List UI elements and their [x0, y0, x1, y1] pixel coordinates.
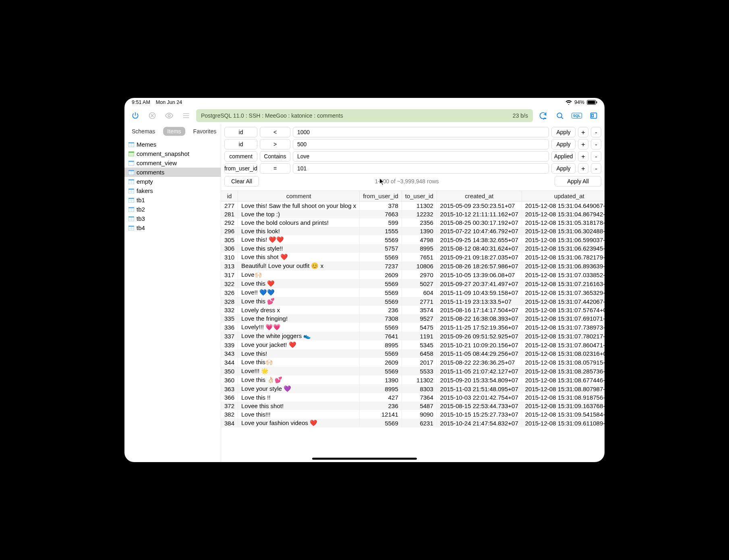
cell-updated-at[interactable]: 2015-12-08 15:31:07.691071+07 [522, 314, 605, 323]
cell-id[interactable]: 306 [221, 244, 238, 253]
filter-apply-button[interactable]: Applied [551, 151, 576, 162]
table-row[interactable]: 336Lovely!!! 💗💗556954752015-11-25 17:52:… [221, 323, 605, 332]
home-indicator[interactable] [312, 458, 417, 460]
cell-to-user-id[interactable]: 1390 [402, 227, 437, 235]
filter-apply-button[interactable]: Apply [551, 127, 576, 137]
cell-to-user-id[interactable]: 2017 [402, 358, 437, 367]
filter-operator-select[interactable]: = [260, 163, 290, 174]
cell-created-at[interactable]: 2015-10-15 15:25:27.733+07 [437, 410, 522, 419]
cell-to-user-id[interactable]: 1191 [402, 332, 437, 340]
filter-operator-select[interactable]: > [260, 139, 290, 149]
table-row[interactable]: 360Love this 👌🏻💕1390113022015-09-20 15:3… [221, 375, 605, 384]
cell-created-at[interactable]: 2015-11-05 21:07:42.127+07 [437, 367, 522, 375]
cell-from-user-id[interactable]: 7308 [360, 314, 402, 323]
table-row[interactable]: 344Love this🙌🏻260920172015-08-22 22:36:3… [221, 358, 605, 367]
cell-from-user-id[interactable]: 1555 [360, 227, 402, 235]
cell-from-user-id[interactable]: 599 [360, 218, 402, 227]
cell-updated-at[interactable]: 2015-12-08 15:31:06.782179+07 [522, 253, 605, 261]
table-row[interactable]: 366Love this !!42773642015-10-03 22:01:4… [221, 393, 605, 402]
cell-created-at[interactable]: 2015-09-26 09:51:52.925+07 [437, 332, 522, 340]
cell-from-user-id[interactable]: 2609 [360, 358, 402, 367]
sidebar-item-fakers[interactable]: fakers [124, 186, 221, 195]
cell-to-user-id[interactable]: 5487 [402, 402, 437, 410]
table-row[interactable]: 372Lovee this shot!23654872015-08-15 22:… [221, 402, 605, 410]
cell-from-user-id[interactable]: 378 [360, 201, 402, 210]
cell-comment[interactable]: Love this🙌🏻 [238, 358, 360, 367]
cell-id[interactable]: 313 [221, 261, 238, 270]
cell-comment[interactable]: Love your style 💜 [238, 384, 360, 393]
filter-remove-button[interactable]: - [591, 127, 601, 137]
cell-to-user-id[interactable]: 5475 [402, 323, 437, 332]
table-row[interactable]: 296Love this look!155513902015-07-22 10:… [221, 227, 605, 235]
cell-id[interactable]: 310 [221, 253, 238, 261]
col-from-user-id[interactable]: from_user_id [360, 191, 402, 201]
filter-apply-button[interactable]: Apply [551, 139, 576, 149]
cell-updated-at[interactable]: 2015-12-08 15:31:07.216163+07 [522, 279, 605, 288]
cell-id[interactable]: 305 [221, 235, 238, 244]
filter-add-button[interactable]: + [578, 127, 588, 137]
sidebar-item-tb1[interactable]: tb1 [124, 195, 221, 205]
cell-updated-at[interactable]: 2015-12-08 15:31:04.867942+07 [522, 210, 605, 218]
cell-created-at[interactable]: 2015-10-24 21:47:54.832+07 [437, 419, 522, 427]
cell-created-at[interactable]: 2015-11-25 17:52:19.356+07 [437, 323, 522, 332]
cell-comment[interactable]: Love the bold colours and prints! [238, 218, 360, 227]
filter-add-button[interactable]: + [578, 151, 588, 162]
cell-comment[interactable]: Love this!!! [238, 410, 360, 419]
cell-id[interactable]: 344 [221, 358, 238, 367]
cell-to-user-id[interactable]: 2356 [402, 218, 437, 227]
cell-to-user-id[interactable]: 8303 [402, 384, 437, 393]
cell-id[interactable]: 322 [221, 279, 238, 288]
cell-to-user-id[interactable]: 10806 [402, 261, 437, 270]
cell-comment[interactable]: Love this! [238, 349, 360, 358]
cell-created-at[interactable]: 2015-09-27 20:37:41.497+07 [437, 279, 522, 288]
cell-from-user-id[interactable]: 8995 [360, 340, 402, 349]
cell-id[interactable]: 281 [221, 210, 238, 218]
col-id[interactable]: id [221, 191, 238, 201]
table-row[interactable]: 384Love your fashion videos ❤️5569623120… [221, 419, 605, 427]
filter-operator-select[interactable]: < [260, 127, 290, 137]
cell-updated-at[interactable]: 2015-12-08 15:31:08.285736+07 [522, 367, 605, 375]
cell-updated-at[interactable]: 2015-12-08 15:31:07.365329+07 [522, 288, 605, 297]
cell-created-at[interactable]: 2015-08-16 17:14:17.504+07 [437, 306, 522, 314]
filter-add-button[interactable]: + [578, 163, 588, 174]
cell-to-user-id[interactable]: 5027 [402, 279, 437, 288]
cell-updated-at[interactable]: 2015-12-08 15:31:08.918756+07 [522, 393, 605, 402]
cell-id[interactable]: 326 [221, 288, 238, 297]
table-row[interactable]: 339Love your jacket! ❤️899553452015-10-2… [221, 340, 605, 349]
table-row[interactable]: 277Love this! Saw the full shoot on your… [221, 201, 605, 210]
filter-apply-button[interactable]: Apply [551, 163, 576, 174]
cell-updated-at[interactable]: 2015-12-08 15:31:04.649067+07 [522, 201, 605, 210]
table-row[interactable]: 322Love this ❤️556950272015-09-27 20:37:… [221, 279, 605, 288]
table-row[interactable]: 337Love the white joggers 👟764111912015-… [221, 332, 605, 340]
cell-updated-at[interactable]: 2015-12-08 15:31:07.738973+07 [522, 323, 605, 332]
cell-id[interactable]: 384 [221, 419, 238, 427]
table-row[interactable]: 317 Love🙌🏻260929702015-10-05 13:39:06.08… [221, 270, 605, 279]
sidebar-item-tb2[interactable]: tb2 [124, 205, 221, 214]
cell-from-user-id[interactable]: 7663 [360, 210, 402, 218]
cell-updated-at[interactable]: 2015-12-08 15:31:08.677446+07 [522, 375, 605, 384]
sql-icon[interactable]: SQL [570, 109, 584, 122]
clear-all-button[interactable]: Clear All [224, 176, 259, 187]
cell-created-at[interactable]: 2015-09-20 15:33:54.809+07 [437, 375, 522, 384]
power-icon[interactable] [128, 109, 142, 122]
cell-created-at[interactable]: 2015-09-21 09:18:27.035+07 [437, 253, 522, 261]
cell-comment[interactable]: Lovely!!! 💗💗 [238, 323, 360, 332]
sidebar-item-comment_view[interactable]: comment_view [124, 158, 221, 168]
sidebar-item-empty[interactable]: empty [124, 177, 221, 186]
table-row[interactable]: 382Love this!!!1214190902015-10-15 15:25… [221, 410, 605, 419]
cell-comment[interactable]: Love the top :) [238, 210, 360, 218]
cell-id[interactable]: 382 [221, 410, 238, 419]
table-row[interactable]: 350Love!!! 🌟556955332015-11-05 21:07:42.… [221, 367, 605, 375]
table-row[interactable]: 313Beautiful! Love your outfit 😊 x723710… [221, 261, 605, 270]
filter-operator-select[interactable]: Contains [260, 151, 290, 162]
sidebar-item-comment_snapshot[interactable]: comment_snapshot [124, 149, 221, 158]
cell-from-user-id[interactable]: 5569 [360, 279, 402, 288]
table-row[interactable]: 332Lovely dress x23635742015-08-16 17:14… [221, 306, 605, 314]
col-to-user-id[interactable]: to_user_id [402, 191, 437, 201]
filter-add-button[interactable]: + [578, 139, 588, 149]
cell-created-at[interactable]: 2015-05-09 23:50:23.51+07 [437, 201, 522, 210]
cell-to-user-id[interactable]: 2970 [402, 270, 437, 279]
cell-comment[interactable]: Lovee this shot! [238, 402, 360, 410]
table-row[interactable]: 326Love!! 💙💙55696042015-11-09 10:43:59.1… [221, 288, 605, 297]
cell-id[interactable]: 339 [221, 340, 238, 349]
